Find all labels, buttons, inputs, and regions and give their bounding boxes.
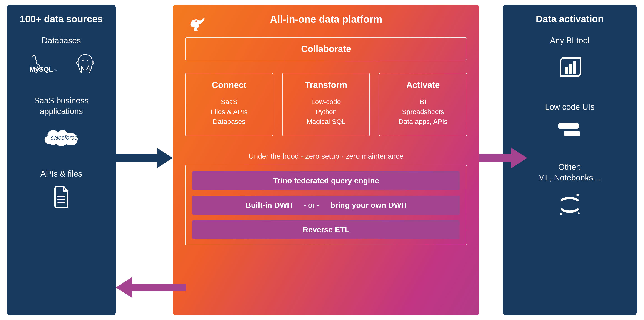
svg-point-3 bbox=[87, 60, 88, 61]
dwh-bar: Built-in DWH - or - bring your own DWH bbox=[192, 196, 460, 214]
databases-icons: MySQL ™ bbox=[14, 52, 109, 75]
platform-header: All-in-one data platform bbox=[185, 14, 467, 25]
svg-text:salesforce: salesforce bbox=[51, 134, 78, 141]
data-sources-title: 100+ data sources bbox=[14, 14, 109, 24]
svg-rect-13 bbox=[564, 131, 580, 136]
under-hood-box: Trino federated query engine Built-in DW… bbox=[185, 165, 467, 245]
capability-row: Connect SaaS Files & APIs Databases Tran… bbox=[185, 73, 467, 136]
data-sources-panel: 100+ data sources Databases MySQL ™ bbox=[7, 4, 116, 316]
arrow-reverse-etl-back bbox=[116, 275, 186, 288]
databases-label: Databases bbox=[14, 36, 109, 46]
activate-title: Activate bbox=[384, 80, 462, 90]
transform-line-2: Python bbox=[287, 107, 365, 117]
svg-rect-10 bbox=[569, 64, 572, 74]
data-activation-title: Data activation bbox=[510, 14, 630, 24]
file-icon bbox=[52, 186, 70, 208]
arrow-sources-to-platform bbox=[116, 146, 173, 158]
activation-other-section: Other: ML, Notebooks… bbox=[510, 162, 630, 217]
activate-lines: BI Spreadsheets Data apps, APIs bbox=[384, 97, 462, 126]
sources-group-apis: APIs & files bbox=[14, 169, 109, 208]
apis-files-label: APIs & files bbox=[14, 169, 109, 179]
platform-title: All-in-one data platform bbox=[185, 14, 467, 25]
connect-lines: SaaS Files & APIs Databases bbox=[190, 97, 268, 126]
lowcode-label: Low code UIs bbox=[510, 102, 630, 112]
transform-lines: Low-code Python Magical SQL bbox=[287, 97, 365, 126]
apis-files-icons bbox=[14, 186, 109, 208]
saas-icons: salesforce bbox=[14, 124, 109, 149]
connect-line-1: SaaS bbox=[190, 97, 268, 107]
other-label: Other: ML, Notebooks… bbox=[510, 162, 630, 183]
powerbi-icon bbox=[510, 54, 630, 80]
svg-point-16 bbox=[578, 212, 580, 214]
svg-text:™: ™ bbox=[54, 69, 57, 72]
under-hood-label: Under the hood - zero setup - zero maint… bbox=[185, 152, 467, 160]
connect-line-2: Files & APIs bbox=[190, 107, 268, 117]
dwh-own: bring your own DWH bbox=[330, 201, 407, 209]
svg-point-2 bbox=[82, 60, 84, 61]
sources-group-databases: Databases MySQL ™ bbox=[14, 36, 109, 75]
activate-box: Activate BI Spreadsheets Data apps, APIs bbox=[379, 73, 467, 136]
dwh-builtin: Built-in DWH bbox=[246, 201, 293, 209]
svg-rect-11 bbox=[573, 61, 576, 74]
pelican-logo-icon bbox=[188, 14, 206, 33]
saas-label: SaaS business applications bbox=[14, 96, 109, 117]
activate-line-2: Spreadsheets bbox=[384, 107, 462, 117]
transform-title: Transform bbox=[287, 80, 365, 90]
svg-point-14 bbox=[576, 194, 579, 196]
svg-point-15 bbox=[560, 213, 562, 215]
svg-rect-12 bbox=[558, 123, 579, 129]
activation-bi-section: Any BI tool bbox=[510, 36, 630, 80]
reverse-etl-bar: Reverse ETL bbox=[192, 220, 460, 239]
connect-title: Connect bbox=[190, 80, 268, 90]
transform-line-1: Low-code bbox=[287, 97, 365, 107]
transform-line-3: Magical SQL bbox=[287, 116, 365, 126]
mysql-icon: MySQL ™ bbox=[27, 54, 68, 74]
collaborate-box: Collaborate bbox=[185, 38, 467, 60]
connect-box: Connect SaaS Files & APIs Databases bbox=[185, 73, 273, 136]
platform-panel: All-in-one data platform Collaborate Con… bbox=[173, 4, 480, 316]
svg-point-8 bbox=[196, 20, 197, 22]
dwh-sep: - or - bbox=[303, 201, 320, 209]
trino-bar: Trino federated query engine bbox=[192, 171, 460, 190]
salesforce-icon: salesforce bbox=[40, 124, 83, 149]
transform-box: Transform Low-code Python Magical SQL bbox=[282, 73, 370, 136]
bi-tool-label: Any BI tool bbox=[510, 36, 630, 46]
connect-line-3: Databases bbox=[190, 116, 268, 126]
svg-text:MySQL: MySQL bbox=[30, 66, 53, 73]
svg-rect-9 bbox=[565, 67, 568, 74]
activate-line-3: Data apps, APIs bbox=[384, 116, 462, 126]
jupyter-icon bbox=[510, 192, 630, 217]
activate-line-1: BI bbox=[384, 97, 462, 107]
postgres-elephant-icon bbox=[75, 52, 96, 75]
arrow-platform-to-activation bbox=[480, 146, 527, 158]
bars-icon bbox=[510, 121, 630, 139]
sources-group-saas: SaaS business applications salesforce bbox=[14, 96, 109, 149]
activation-lowcode-section: Low code UIs bbox=[510, 102, 630, 139]
